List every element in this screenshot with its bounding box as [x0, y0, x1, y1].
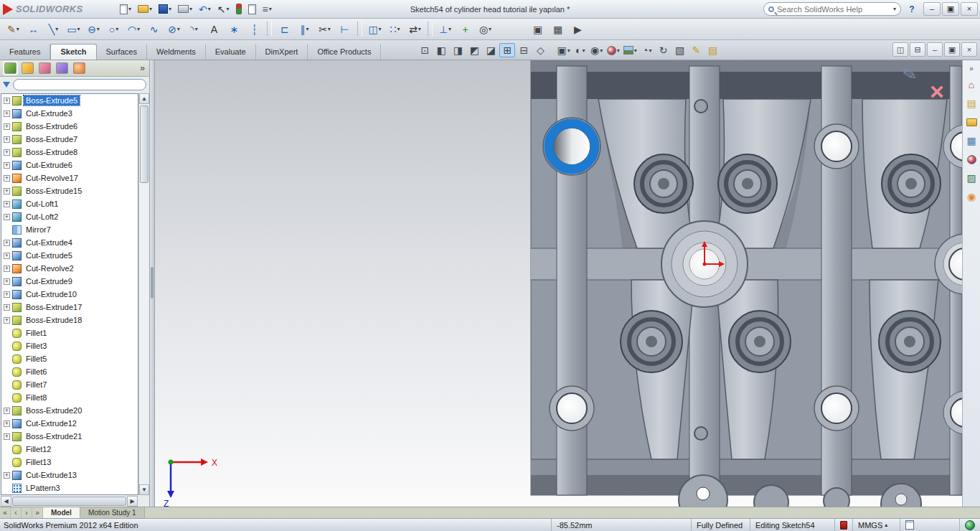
expand-icon[interactable]: + — [4, 278, 10, 285]
tree-item-fillet13[interactable]: + Fillet13 — [1, 456, 138, 469]
scroll-right-icon[interactable]: ▶ — [127, 496, 138, 507]
extend-entities-tool[interactable]: ⊢ ▾ — [336, 21, 354, 38]
new-document-button[interactable]: ▾ — [118, 2, 133, 17]
view-palette-icon[interactable]: ▦ — [965, 134, 978, 147]
tree-item-cut-extrude9[interactable]: + Cut-Extrude9 — [1, 275, 138, 288]
arc-tool[interactable]: ◠ ▾ — [125, 21, 143, 38]
slot-tool[interactable]: ⊖ ▾ — [85, 21, 103, 38]
first-tab-button[interactable]: « — [0, 507, 11, 518]
tree-item-fillet8[interactable]: + Fillet8 — [1, 391, 138, 404]
restore-button[interactable]: ▣ — [942, 2, 959, 16]
tree-item-boss-extrude18[interactable]: + Boss-Extrude18 — [1, 314, 138, 326]
point-tool[interactable]: ∗ ▾ — [225, 21, 243, 38]
propertymanager-tab-icon[interactable] — [22, 62, 34, 74]
expand-icon[interactable]: + — [4, 149, 10, 156]
line-tool[interactable]: ╲ ▾ — [44, 21, 62, 38]
text-tool[interactable]: A ▾ — [205, 21, 223, 38]
image-capture-icon[interactable]: ▦ — [549, 21, 567, 38]
linear-sketch-pattern-tool[interactable]: ∷ ▾ — [386, 21, 404, 38]
task-pane-home-icon[interactable]: ⌂ — [965, 78, 978, 91]
tree-item-boss-extrude20[interactable]: + Boss-Extrude20 — [1, 404, 138, 417]
tree-item-cut-extrude10[interactable]: + Cut-Extrude10 — [1, 288, 138, 301]
select-button[interactable]: ↖ ▾ — [215, 2, 232, 17]
center-boss[interactable] — [661, 221, 748, 307]
view-settings-icon[interactable]: ◔ ▾ — [639, 43, 655, 57]
view-orientation-icon[interactable]: ▣ ▾ — [555, 43, 571, 57]
model-tab[interactable]: Model — [43, 507, 80, 518]
view-back-icon[interactable]: ◨ — [450, 43, 466, 57]
view-bottom-icon[interactable]: ⊟ — [516, 43, 532, 57]
expand-icon[interactable]: + — [4, 188, 10, 194]
tab-evaluate[interactable]: Evaluate — [206, 44, 256, 60]
cylinder-head-model[interactable] — [155, 60, 962, 507]
mirror-entities-tool[interactable]: ◫ ▾ — [366, 21, 384, 38]
repair-sketch-tool[interactable]: + ▾ — [456, 21, 474, 38]
open-document-button[interactable]: ▾ — [136, 2, 154, 17]
pane-split-button[interactable]: ⊟ — [910, 42, 925, 57]
expand-icon[interactable]: + — [4, 240, 10, 246]
expand-icon[interactable]: + — [4, 304, 10, 311]
tab-office-products[interactable]: Office Products — [308, 44, 381, 60]
confirmation-corner-cancel-icon[interactable]: × — [930, 79, 944, 103]
panel-splitter[interactable] — [150, 60, 155, 507]
panel-overflow-icon[interactable]: » — [140, 63, 145, 73]
rotate-view-icon[interactable]: ↻ ▾ — [656, 43, 672, 57]
tree-item-cut-extrude4[interactable]: + Cut-Extrude4 — [1, 236, 138, 249]
expand-icon[interactable]: + — [4, 136, 10, 143]
tree-item-boss-extrude8[interactable]: + Boss-Extrude8 — [1, 146, 138, 159]
task-pane-expand-icon[interactable]: » — [969, 65, 974, 72]
last-tab-button[interactable]: » — [32, 507, 43, 518]
model-body[interactable] — [531, 60, 962, 495]
edit-appearance-icon[interactable]: ▾ — [606, 43, 621, 57]
expand-icon[interactable]: + — [4, 98, 10, 104]
tree-item-boss-extrude21[interactable]: + Boss-Extrude21 — [1, 430, 138, 443]
selected-sketch-circle[interactable] — [543, 118, 600, 175]
expand-icon[interactable]: + — [4, 162, 10, 169]
apply-scene-icon[interactable]: ▾ — [622, 43, 639, 57]
convert-entities-tool[interactable]: ⊏ ▾ — [275, 21, 293, 38]
search-input[interactable] — [777, 5, 890, 14]
appearances-scenes-icon[interactable] — [965, 153, 978, 166]
offset-entities-tool[interactable]: ∥ ▾ — [296, 21, 314, 38]
next-tab-button[interactable]: › — [22, 507, 32, 518]
dimxpertmanager-tab-icon[interactable] — [56, 62, 68, 74]
tab-weldments[interactable]: Weldments — [147, 44, 206, 60]
filter-input[interactable] — [13, 79, 146, 90]
solidworks-resources-icon[interactable]: ◉ — [965, 190, 978, 203]
tree-item-mirror7[interactable]: + Mirror7 — [1, 223, 138, 236]
configurationmanager-tab-icon[interactable] — [39, 62, 51, 74]
tab-surfaces[interactable]: Surfaces — [97, 44, 147, 60]
help-button[interactable]: ? — [905, 3, 918, 16]
scroll-down-icon[interactable]: ▼ — [139, 484, 149, 495]
doc-close-button[interactable]: × — [961, 42, 977, 57]
file-properties-button[interactable]: ▾ — [246, 2, 258, 17]
record-video-icon[interactable]: ▶ — [569, 21, 587, 38]
tree-item-cut-loft1[interactable]: + Cut-Loft1 — [1, 197, 138, 210]
view-right-icon[interactable]: ◪ — [483, 43, 499, 57]
tree-horizontal-scrollbar[interactable]: ◀ ▶ — [1, 496, 138, 507]
minimize-button[interactable]: – — [923, 2, 941, 16]
expand-icon[interactable]: + — [4, 433, 10, 440]
trim-entities-tool[interactable]: ✂ ▾ — [316, 21, 334, 38]
view-normal-to-icon[interactable]: ⊡ — [417, 43, 433, 57]
search-dropdown-icon[interactable]: ▾ — [893, 6, 896, 12]
tab-sketch[interactable]: Sketch — [50, 44, 96, 60]
ellipse-tool[interactable]: ⊘ ▾ — [165, 21, 183, 38]
featuremanager-tab-icon[interactable] — [4, 62, 17, 74]
scroll-thumb[interactable] — [140, 105, 149, 183]
hscroll-thumb[interactable] — [12, 497, 126, 506]
tree-item-lpattern3[interactable]: + LPattern3 — [1, 481, 138, 494]
view-isometric-icon[interactable]: ◇ — [532, 43, 548, 57]
motion-study-tab[interactable]: Motion Study 1 — [80, 507, 145, 518]
tab-dimxpert[interactable]: DimXpert — [256, 44, 308, 60]
expand-icon[interactable]: + — [4, 111, 10, 117]
expand-icon[interactable]: + — [4, 266, 10, 272]
doc-minimize-button[interactable]: – — [927, 42, 943, 57]
undo-button[interactable]: ↶ ▾ — [197, 2, 213, 17]
scroll-left-icon[interactable]: ◀ — [1, 496, 11, 507]
expand-icon[interactable]: + — [4, 123, 10, 130]
tree-item-cut-extrude12[interactable]: + Cut-Extrude12 — [1, 417, 138, 430]
tree-item-cut-extrude5[interactable]: + Cut-Extrude5 — [1, 249, 138, 262]
sketch-fillet-tool[interactable]: ◝ ▾ — [185, 21, 203, 38]
resources-segment[interactable] — [959, 519, 980, 531]
